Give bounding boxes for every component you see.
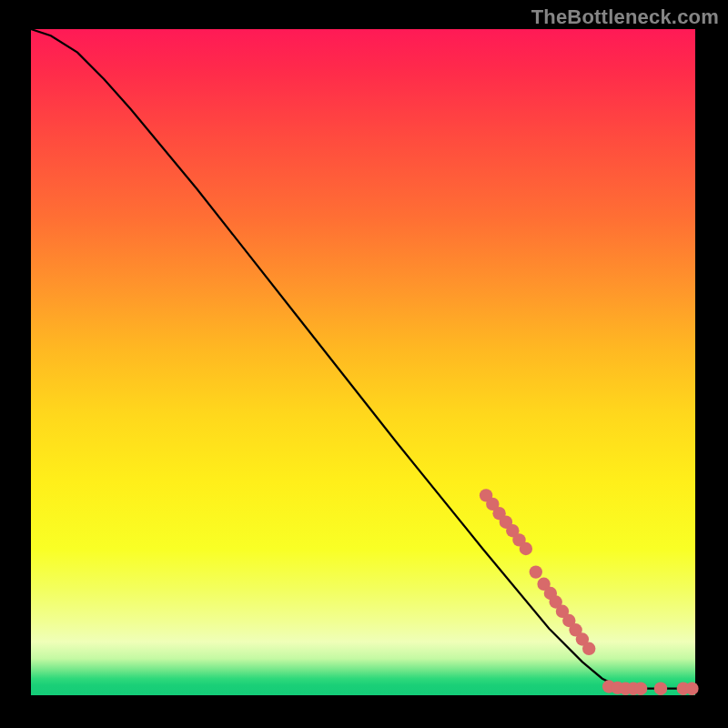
data-marker bbox=[582, 642, 595, 655]
data-marker bbox=[654, 682, 667, 695]
watermark-text: TheBottleneck.com bbox=[531, 5, 719, 29]
data-marker bbox=[520, 542, 532, 555]
data-marker bbox=[685, 682, 698, 695]
plot-area bbox=[31, 29, 695, 695]
main-curve bbox=[31, 29, 695, 689]
chart-svg bbox=[31, 29, 695, 695]
data-marker bbox=[530, 565, 542, 578]
chart-root: TheBottleneck.com bbox=[0, 0, 728, 728]
marker-group bbox=[480, 489, 699, 695]
data-marker bbox=[634, 682, 647, 695]
